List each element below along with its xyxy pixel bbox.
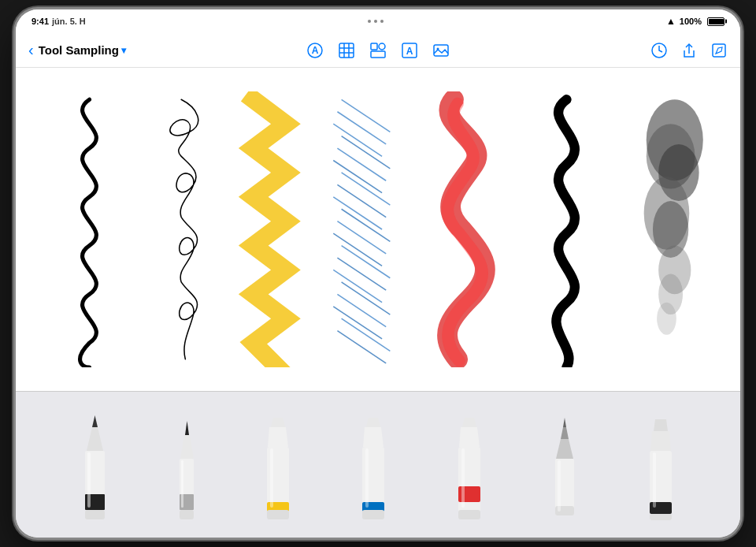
svg-text:A: A [406,46,413,57]
dot-1 [368,20,371,23]
stroke-pen-thick [526,84,607,375]
svg-rect-2 [339,43,354,58]
svg-marker-57 [556,439,573,459]
date-display: jún. 5. H [52,17,86,26]
svg-rect-15 [713,44,725,57]
svg-marker-39 [271,418,285,427]
status-center-dots [368,20,384,23]
three-dots [368,20,384,23]
svg-rect-47 [365,448,369,508]
stroke-crayon-red [425,84,506,375]
tool-pencil[interactable] [69,400,120,530]
battery-icon [707,17,724,26]
svg-rect-29 [87,452,91,508]
svg-marker-58 [561,427,569,439]
svg-marker-64 [654,419,668,431]
tools-panel [16,391,740,538]
share-icon[interactable] [680,42,698,59]
battery-percent: 100% [680,17,702,26]
stroke-marker-yellow [233,84,306,375]
canvas-area [16,68,740,391]
stroke-pencil-blue [325,84,406,375]
svg-marker-33 [185,421,189,435]
svg-rect-34 [180,510,194,519]
svg-marker-59 [563,418,566,427]
svg-marker-26 [87,427,103,451]
stroke-watercolor-gray [626,84,707,375]
annotate-icon[interactable]: A [306,42,324,59]
toolbar-right [495,42,728,59]
tool-marker-yellow[interactable] [253,400,304,530]
collaborate-icon[interactable] [650,42,668,59]
svg-rect-54 [461,448,465,508]
svg-marker-27 [92,415,98,427]
svg-rect-9 [371,51,385,58]
svg-rect-65 [650,514,672,520]
svg-rect-41 [270,448,273,508]
svg-rect-28 [85,510,105,519]
svg-marker-32 [180,435,194,459]
tool-brush-dark[interactable] [636,400,687,530]
toolbar-left: ‹ Tool Sampling ▾ [28,41,261,59]
status-time: 9:41 jún. 5. H [32,17,86,26]
svg-rect-35 [181,460,183,508]
toolbar: ‹ Tool Sampling ▾ A [16,33,740,68]
svg-marker-45 [366,418,380,427]
table-icon[interactable] [338,42,355,59]
svg-rect-53 [458,510,480,519]
svg-marker-38 [268,427,288,447]
document-title: Tool Sampling [39,43,119,57]
document-title-group[interactable]: Tool Sampling ▾ [39,43,126,57]
svg-rect-7 [371,43,377,50]
svg-rect-46 [362,510,384,519]
wifi-icon: ▲ [666,16,676,27]
svg-point-8 [379,43,385,50]
status-bar: 9:41 jún. 5. H ▲ 100% [16,9,740,33]
svg-point-23 [657,303,676,335]
device-frame: 9:41 jún. 5. H ▲ 100% ‹ Tool Sampling [16,9,740,538]
tool-nib-pen[interactable] [539,400,591,530]
dot-3 [380,20,384,23]
status-right: ▲ 100% [666,16,724,27]
title-dropdown-icon: ▾ [121,45,126,56]
dot-2 [374,20,377,23]
edit-icon[interactable] [710,42,728,59]
svg-rect-60 [558,460,561,512]
tool-fountain-pen[interactable] [165,400,209,530]
svg-marker-51 [459,427,480,447]
svg-marker-52 [462,418,476,427]
stroke-pen-black [49,84,130,375]
tool-pen-red[interactable] [444,400,495,530]
battery-fill [709,19,724,24]
back-button[interactable]: ‹ [28,41,34,59]
back-chevron: ‹ [28,41,34,59]
svg-rect-66 [653,452,656,508]
time-display: 9:41 [32,17,49,26]
toolbar-center: A [261,42,495,59]
svg-marker-63 [650,431,671,451]
stroke-fountain-pen [149,84,213,375]
strokes-container [16,68,740,391]
shapes-icon[interactable] [369,42,387,59]
text-icon[interactable]: A [401,42,418,59]
svg-marker-44 [363,427,384,447]
tool-pen-blue[interactable] [348,400,399,530]
svg-text:A: A [312,45,319,56]
image-icon[interactable] [432,42,450,59]
svg-rect-40 [267,510,289,519]
